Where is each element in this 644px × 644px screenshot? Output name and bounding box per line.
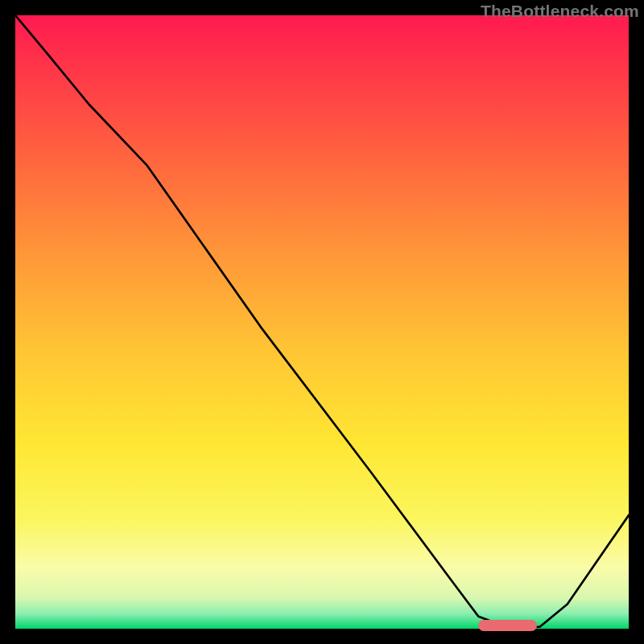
svg-rect-0: [15, 15, 629, 629]
watermark-text: TheBottleneck.com: [481, 2, 639, 21]
heat-gradient-background: [15, 15, 629, 629]
optimal-range-marker: [478, 620, 536, 631]
plot-area: [15, 15, 629, 629]
bottleneck-chart: TheBottleneck.com: [0, 0, 644, 644]
